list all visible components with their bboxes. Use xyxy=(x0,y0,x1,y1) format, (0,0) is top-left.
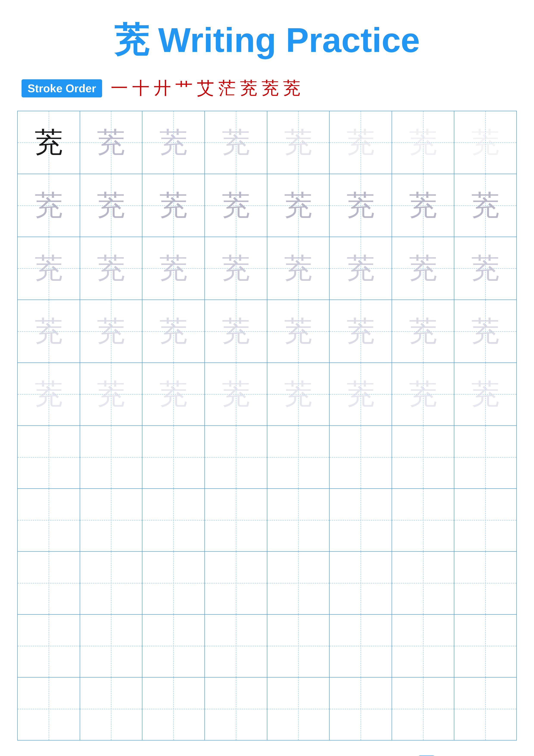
grid-cell[interactable] xyxy=(454,552,516,614)
grid-cell[interactable] xyxy=(205,678,267,740)
grid-cell[interactable]: 茺 xyxy=(454,237,516,300)
grid-cell[interactable] xyxy=(18,489,80,551)
grid-cell[interactable]: 茺 xyxy=(18,111,80,174)
grid-cell[interactable] xyxy=(267,615,330,677)
grid-cell[interactable]: 茺 xyxy=(454,363,516,425)
practice-char: 茺 xyxy=(222,380,250,408)
grid-cell[interactable]: 茺 xyxy=(392,237,454,300)
page-title: 茺 Writing Practice xyxy=(114,17,420,64)
grid-cell[interactable]: 茺 xyxy=(18,174,80,237)
grid-cell[interactable] xyxy=(392,552,454,614)
grid-cell[interactable] xyxy=(142,552,205,614)
grid-cell[interactable] xyxy=(330,615,392,677)
grid-cell[interactable] xyxy=(142,489,205,551)
grid-cell[interactable]: 茺 xyxy=(142,174,205,237)
grid-cell[interactable] xyxy=(205,615,267,677)
grid-cell[interactable]: 茺 xyxy=(205,174,267,237)
grid-cell[interactable] xyxy=(18,552,80,614)
practice-char: 茺 xyxy=(284,128,312,156)
grid-row xyxy=(18,678,516,740)
grid-cell[interactable] xyxy=(392,426,454,488)
grid-cell[interactable] xyxy=(454,426,516,488)
grid-cell[interactable]: 茺 xyxy=(205,111,267,174)
grid-cell[interactable] xyxy=(267,426,330,488)
grid-cell[interactable]: 茺 xyxy=(454,300,516,363)
grid-cell[interactable]: 茺 xyxy=(18,237,80,300)
practice-char: 茺 xyxy=(346,128,375,156)
grid-cell[interactable]: 茺 xyxy=(80,111,142,174)
grid-cell[interactable]: 茺 xyxy=(205,237,267,300)
practice-char: 茺 xyxy=(346,380,375,408)
practice-char: 茺 xyxy=(471,191,499,219)
grid-cell[interactable] xyxy=(80,615,142,677)
grid-cell[interactable]: 茺 xyxy=(330,363,392,425)
grid-cell[interactable]: 茺 xyxy=(205,300,267,363)
grid-cell[interactable]: 茺 xyxy=(267,111,330,174)
grid-cell[interactable] xyxy=(454,615,516,677)
grid-cell[interactable]: 茺 xyxy=(330,237,392,300)
practice-char: 茺 xyxy=(97,191,125,219)
grid-cell[interactable]: 茺 xyxy=(454,174,516,237)
grid-cell[interactable] xyxy=(205,489,267,551)
grid-cell[interactable]: 茺 xyxy=(18,300,80,363)
grid-cell[interactable] xyxy=(205,552,267,614)
grid-cell[interactable] xyxy=(80,489,142,551)
grid-cell[interactable] xyxy=(205,426,267,488)
grid-cell[interactable]: 茺 xyxy=(267,237,330,300)
grid-cell[interactable] xyxy=(267,678,330,740)
grid-cell[interactable] xyxy=(267,552,330,614)
grid-row: 茺 茺 茺 茺 茺 茺 茺 茺 xyxy=(18,363,516,426)
grid-cell[interactable]: 茺 xyxy=(142,300,205,363)
grid-cell[interactable] xyxy=(392,678,454,740)
grid-cell[interactable] xyxy=(142,615,205,677)
grid-cell[interactable] xyxy=(392,489,454,551)
grid-cell[interactable]: 茺 xyxy=(392,174,454,237)
grid-cell[interactable] xyxy=(80,552,142,614)
grid-cell[interactable] xyxy=(18,678,80,740)
grid-cell[interactable] xyxy=(18,426,80,488)
footer: https://www.strokeorder.com/chinese/茺 字 … xyxy=(17,749,517,756)
grid-cell[interactable] xyxy=(330,489,392,551)
practice-char: 茺 xyxy=(222,254,250,282)
practice-char: 茺 xyxy=(471,380,499,408)
stroke-sequence: 一 十 廾 艹 艾 茫 茺 茺 茺 xyxy=(111,77,300,100)
grid-cell[interactable]: 茺 xyxy=(18,363,80,425)
practice-char: 茺 xyxy=(97,254,125,282)
grid-cell[interactable]: 茺 xyxy=(267,174,330,237)
practice-char: 茺 xyxy=(409,191,437,219)
grid-cell[interactable] xyxy=(80,678,142,740)
grid-cell[interactable]: 茺 xyxy=(454,111,516,174)
practice-char: 茺 xyxy=(97,128,125,156)
grid-cell[interactable]: 茺 xyxy=(142,237,205,300)
grid-cell[interactable]: 茺 xyxy=(392,111,454,174)
grid-cell[interactable]: 茺 xyxy=(267,363,330,425)
grid-cell[interactable]: 茺 xyxy=(205,363,267,425)
practice-char: 茺 xyxy=(35,128,63,156)
grid-cell[interactable]: 茺 xyxy=(80,300,142,363)
grid-cell[interactable]: 茺 xyxy=(80,237,142,300)
grid-cell[interactable]: 茺 xyxy=(330,174,392,237)
grid-row: 茺 茺 茺 茺 茺 茺 茺 茺 xyxy=(18,174,516,237)
grid-cell[interactable]: 茺 xyxy=(80,174,142,237)
grid-cell[interactable]: 茺 xyxy=(267,300,330,363)
practice-char: 茺 xyxy=(159,317,188,345)
grid-cell[interactable]: 茺 xyxy=(392,363,454,425)
grid-cell[interactable] xyxy=(330,678,392,740)
grid-cell[interactable]: 茺 xyxy=(330,111,392,174)
grid-cell[interactable] xyxy=(454,489,516,551)
grid-cell[interactable]: 茺 xyxy=(142,111,205,174)
grid-cell[interactable] xyxy=(80,426,142,488)
grid-cell[interactable] xyxy=(330,552,392,614)
grid-cell[interactable] xyxy=(330,426,392,488)
grid-cell[interactable] xyxy=(267,489,330,551)
grid-cell[interactable] xyxy=(454,678,516,740)
grid-cell[interactable] xyxy=(392,615,454,677)
grid-cell[interactable]: 茺 xyxy=(392,300,454,363)
grid-cell[interactable] xyxy=(142,678,205,740)
grid-cell[interactable] xyxy=(142,426,205,488)
grid-cell[interactable] xyxy=(18,615,80,677)
grid-cell[interactable]: 茺 xyxy=(80,363,142,425)
grid-cell[interactable]: 茺 xyxy=(142,363,205,425)
grid-cell[interactable]: 茺 xyxy=(330,300,392,363)
stroke-order-badge: Stroke Order xyxy=(21,79,102,97)
